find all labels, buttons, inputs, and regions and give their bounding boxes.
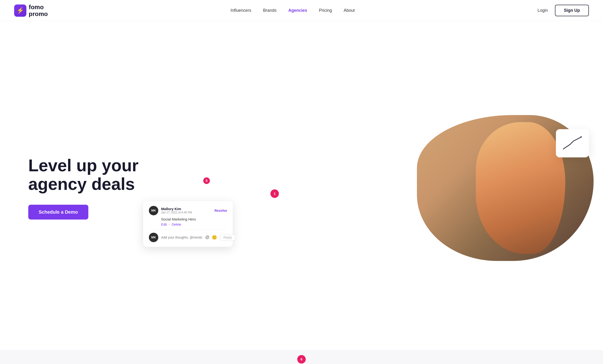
comment-card: MK Mallory Kim Jan 17, 2021 at 6:46 PM R… [143,201,233,247]
comment-author: Mallory Kim [161,207,211,211]
emoji-icon[interactable]: 🙂 [212,235,217,240]
nav-pricing[interactable]: Pricing [319,8,332,13]
reply-button[interactable]: Reply [220,234,235,241]
logo-icon [14,4,26,17]
nav-influencers[interactable]: Influencers [231,8,251,13]
edit-button[interactable]: Edit [161,223,167,226]
hero-left: Level up your agency deals Schedule a De… [28,156,139,220]
hero-right: 5 1 MK Mallory Kim Jan 17, 2021 at 6:46 … [139,115,584,261]
comment-header: MK Mallory Kim Jan 17, 2021 at 6:46 PM R… [149,206,227,215]
comment-input-row: MK @ 🙂 Reply [149,230,227,242]
hero-person-figure [476,122,565,254]
separator: • [169,223,170,226]
nav-links: Influencers Brands Agencies Pricing Abou… [231,8,355,13]
nav-brands[interactable]: Brands [263,8,277,13]
logo-text: fomo promo [29,4,48,17]
nav-agencies[interactable]: Agencies [288,8,307,13]
comment-role: Social Marketing Hero [161,217,227,221]
chart-card [556,129,589,157]
at-icon[interactable]: @ [205,235,209,240]
navbar: fomo promo Influencers Brands Agencies P… [0,0,603,21]
logo[interactable]: fomo promo [14,4,48,17]
comment-input[interactable] [161,235,202,239]
delete-button[interactable]: Delete [172,223,181,226]
comment-meta: Mallory Kim Jan 17, 2021 at 6:46 PM [161,207,211,214]
bottom-bar: 6 [0,350,603,364]
trend-chart [563,135,582,152]
notification-badge-6: 6 [297,355,306,364]
comment-actions: Edit • Delete [161,223,227,226]
nav-about[interactable]: About [344,8,355,13]
comment-icons: @ 🙂 [205,235,217,240]
input-avatar: MK [149,233,158,242]
avatar: MK [149,206,158,215]
signup-button[interactable]: Sign Up [555,5,589,16]
notification-badge-1: 1 [270,189,279,198]
hero-section: Level up your agency deals Schedule a De… [0,21,603,350]
cta-button[interactable]: Schedule a Demo [28,205,88,220]
hero-title: Level up your agency deals [28,156,139,193]
comment-timestamp: Jan 17, 2021 at 6:46 PM [161,211,211,214]
nav-actions: Login Sign Up [537,5,589,16]
login-button[interactable]: Login [537,8,548,13]
resolve-button[interactable]: Resolve [214,209,227,212]
notification-badge-5: 5 [203,177,210,184]
